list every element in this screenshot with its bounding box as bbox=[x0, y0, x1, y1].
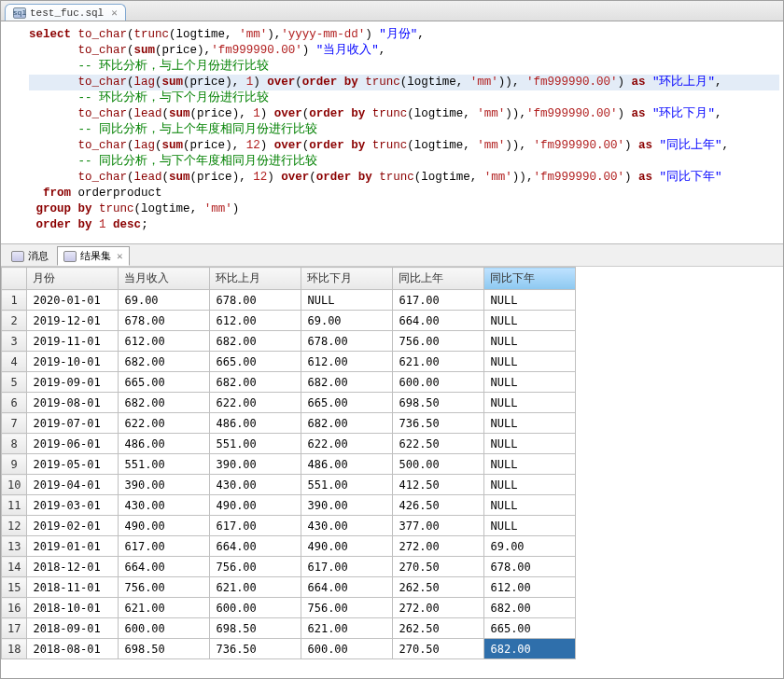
column-header[interactable]: 环比上月 bbox=[210, 268, 301, 290]
cell[interactable]: 2019-08-01 bbox=[27, 393, 119, 413]
cell[interactable]: 621.00 bbox=[393, 352, 484, 372]
cell[interactable]: 617.00 bbox=[393, 290, 484, 311]
table-row[interactable]: 32019-11-01612.00682.00678.00756.00NULL bbox=[2, 331, 576, 352]
column-header[interactable]: 同比下年 bbox=[484, 268, 576, 290]
cell[interactable]: 682.00 bbox=[119, 393, 210, 413]
cell[interactable]: 2019-01-01 bbox=[27, 536, 119, 557]
cell[interactable]: 2019-05-01 bbox=[27, 454, 119, 475]
cell[interactable]: 2019-03-01 bbox=[27, 495, 119, 516]
cell[interactable]: NULL bbox=[484, 495, 576, 516]
cell[interactable]: 551.00 bbox=[210, 434, 301, 454]
table-row[interactable]: 72019-07-01622.00486.00682.00736.50NULL bbox=[2, 413, 576, 434]
table-row[interactable]: 182018-08-01698.50736.50600.00270.50682.… bbox=[2, 639, 576, 659]
cell[interactable]: 682.00 bbox=[210, 372, 301, 393]
cell[interactable]: 2018-08-01 bbox=[27, 639, 119, 659]
cell[interactable]: 262.50 bbox=[393, 618, 484, 639]
cell[interactable]: 622.00 bbox=[210, 393, 301, 413]
cell[interactable]: 600.00 bbox=[119, 618, 210, 639]
cell[interactable]: 490.00 bbox=[119, 516, 210, 536]
close-icon[interactable]: ✕ bbox=[111, 7, 118, 19]
cell[interactable]: 756.00 bbox=[393, 331, 484, 352]
row-number[interactable]: 1 bbox=[2, 290, 27, 311]
cell[interactable]: 664.00 bbox=[210, 536, 301, 557]
cell[interactable]: 617.00 bbox=[301, 557, 393, 577]
cell[interactable]: 2018-09-01 bbox=[27, 618, 119, 639]
cell[interactable]: 551.00 bbox=[301, 475, 393, 495]
cell[interactable]: 377.00 bbox=[393, 516, 484, 536]
cell[interactable]: 617.00 bbox=[210, 516, 301, 536]
column-header[interactable]: 当月收入 bbox=[119, 268, 210, 290]
cell[interactable]: 69.00 bbox=[119, 290, 210, 311]
cell[interactable]: 500.00 bbox=[393, 454, 484, 475]
cell[interactable]: 622.00 bbox=[119, 413, 210, 434]
cell[interactable]: 2019-10-01 bbox=[27, 352, 119, 372]
cell[interactable]: 69.00 bbox=[301, 311, 393, 331]
table-row[interactable]: 132019-01-01617.00664.00490.00272.0069.0… bbox=[2, 536, 576, 557]
row-number[interactable]: 10 bbox=[2, 475, 27, 495]
cell[interactable]: 412.50 bbox=[393, 475, 484, 495]
cell[interactable]: 486.00 bbox=[301, 454, 393, 475]
cell[interactable]: 736.50 bbox=[210, 639, 301, 659]
cell[interactable]: NULL bbox=[484, 475, 576, 495]
cell[interactable]: 600.00 bbox=[210, 598, 301, 618]
cell[interactable]: 2019-09-01 bbox=[27, 372, 119, 393]
cell[interactable]: NULL bbox=[484, 372, 576, 393]
cell[interactable]: 612.00 bbox=[484, 577, 576, 598]
table-row[interactable]: 162018-10-01621.00600.00756.00272.00682.… bbox=[2, 598, 576, 618]
cell[interactable]: 600.00 bbox=[301, 639, 393, 659]
cell[interactable]: 490.00 bbox=[301, 536, 393, 557]
cell[interactable]: 390.00 bbox=[301, 495, 393, 516]
cell[interactable]: 272.00 bbox=[393, 536, 484, 557]
cell[interactable]: 2020-01-01 bbox=[27, 290, 119, 311]
cell[interactable]: 682.00 bbox=[210, 331, 301, 352]
row-number[interactable]: 12 bbox=[2, 516, 27, 536]
table-row[interactable]: 62019-08-01682.00622.00665.00698.50NULL bbox=[2, 393, 576, 413]
row-number[interactable]: 2 bbox=[2, 311, 27, 331]
row-number[interactable]: 6 bbox=[2, 393, 27, 413]
tab-results[interactable]: 结果集 ✕ bbox=[57, 246, 130, 266]
cell[interactable]: 622.50 bbox=[393, 434, 484, 454]
cell[interactable]: NULL bbox=[484, 331, 576, 352]
cell[interactable]: NULL bbox=[484, 311, 576, 331]
cell[interactable]: 612.00 bbox=[210, 311, 301, 331]
cell[interactable]: 756.00 bbox=[210, 557, 301, 577]
cell[interactable]: 390.00 bbox=[210, 454, 301, 475]
sql-editor[interactable]: select to_char(trunc(logtime, 'mm'),'yyy… bbox=[1, 21, 783, 243]
cell[interactable]: NULL bbox=[484, 516, 576, 536]
cell[interactable]: 486.00 bbox=[119, 434, 210, 454]
cell[interactable]: NULL bbox=[484, 413, 576, 434]
cell[interactable]: 2019-04-01 bbox=[27, 475, 119, 495]
table-row[interactable]: 22019-12-01678.00612.0069.00664.00NULL bbox=[2, 311, 576, 331]
cell[interactable]: 664.00 bbox=[119, 557, 210, 577]
cell[interactable]: 612.00 bbox=[301, 352, 393, 372]
cell[interactable]: 682.00 bbox=[119, 352, 210, 372]
cell[interactable]: 2018-12-01 bbox=[27, 557, 119, 577]
tab-file[interactable]: sql test_fuc.sql ✕ bbox=[5, 4, 126, 21]
cell[interactable]: NULL bbox=[484, 454, 576, 475]
cell[interactable]: 270.50 bbox=[393, 639, 484, 659]
cell[interactable]: 600.00 bbox=[393, 372, 484, 393]
cell[interactable]: 430.00 bbox=[119, 495, 210, 516]
cell[interactable]: 621.00 bbox=[301, 618, 393, 639]
close-icon[interactable]: ✕ bbox=[117, 250, 123, 262]
cell[interactable]: NULL bbox=[484, 434, 576, 454]
cell[interactable]: 2019-11-01 bbox=[27, 331, 119, 352]
cell[interactable]: 678.00 bbox=[301, 331, 393, 352]
table-row[interactable]: 42019-10-01682.00665.00612.00621.00NULL bbox=[2, 352, 576, 372]
cell[interactable]: NULL bbox=[484, 290, 576, 311]
cell[interactable]: 698.50 bbox=[393, 393, 484, 413]
cell[interactable]: 2018-10-01 bbox=[27, 598, 119, 618]
row-number[interactable]: 4 bbox=[2, 352, 27, 372]
cell[interactable]: 678.00 bbox=[119, 311, 210, 331]
cell[interactable]: 682.00 bbox=[484, 598, 576, 618]
cell[interactable]: 2018-11-01 bbox=[27, 577, 119, 598]
table-row[interactable]: 152018-11-01756.00621.00664.00262.50612.… bbox=[2, 577, 576, 598]
cell[interactable]: 682.00 bbox=[301, 413, 393, 434]
table-row[interactable]: 142018-12-01664.00756.00617.00270.50678.… bbox=[2, 557, 576, 577]
cell[interactable]: 664.00 bbox=[301, 577, 393, 598]
row-number[interactable]: 9 bbox=[2, 454, 27, 475]
row-number[interactable]: 16 bbox=[2, 598, 27, 618]
row-number[interactable]: 18 bbox=[2, 639, 27, 659]
cell[interactable]: 430.00 bbox=[301, 516, 393, 536]
cell[interactable]: 272.00 bbox=[393, 598, 484, 618]
